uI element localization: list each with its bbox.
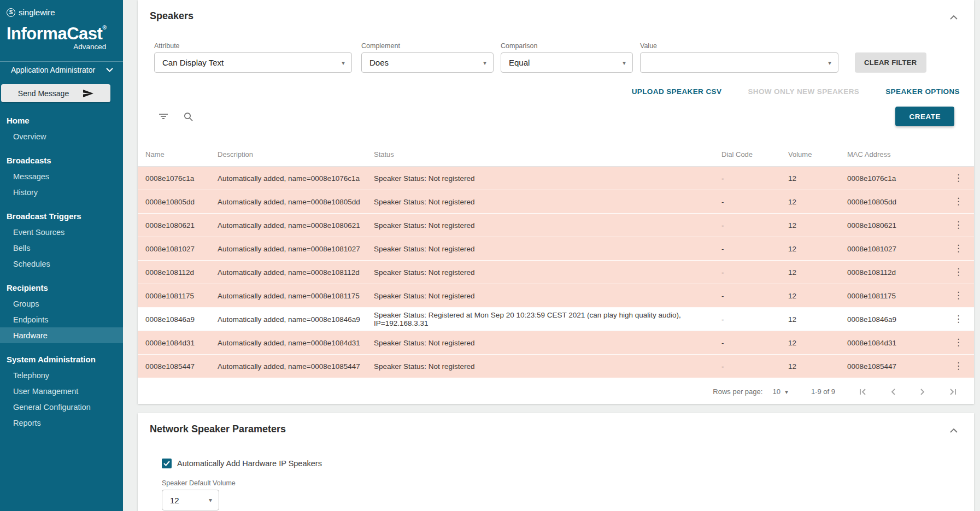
role-selector[interactable]: Application Administrator bbox=[0, 61, 123, 78]
first-page-button[interactable] bbox=[854, 386, 871, 397]
row-menu-button[interactable]: ⋮ bbox=[950, 173, 966, 183]
cell-dial-code: - bbox=[721, 198, 788, 206]
row-menu-button[interactable]: ⋮ bbox=[950, 314, 966, 324]
select-caret-icon: ▾ bbox=[828, 59, 831, 67]
complement-value: Does bbox=[369, 58, 389, 67]
sidebar-item-general-configuration[interactable]: General Configuration bbox=[0, 399, 123, 415]
speaker-actions-row: UPLOAD SPEAKER CSV SHOW ONLY NEW SPEAKER… bbox=[138, 86, 974, 97]
cell-name: 0008e1081175 bbox=[145, 292, 218, 300]
rows-per-page-value: 10 bbox=[772, 387, 780, 396]
network-panel-title: Network Speaker Parameters bbox=[150, 423, 286, 435]
brand-logo: S singlewire InformaCast® Advanced bbox=[0, 0, 123, 51]
cell-dial-code: - bbox=[721, 292, 788, 300]
cell-mac-address: 0008e1081175 bbox=[847, 292, 940, 300]
main-content: Speakers Attribute Can Display Text ▾ Co… bbox=[123, 0, 980, 511]
next-page-button[interactable] bbox=[915, 386, 930, 397]
clear-filter-button[interactable]: CLEAR FILTER bbox=[855, 52, 926, 73]
table-row[interactable]: 0008e108112d Automatically added, name=0… bbox=[138, 261, 974, 284]
cell-volume: 12 bbox=[788, 362, 847, 371]
speakers-collapse-button[interactable] bbox=[948, 11, 960, 24]
row-menu-button[interactable]: ⋮ bbox=[950, 267, 966, 277]
sidebar-item-reports[interactable]: Reports bbox=[0, 415, 123, 431]
sidebar-item-overview[interactable]: Overview bbox=[0, 128, 123, 144]
nav-section: Broadcasts Messages History bbox=[0, 152, 123, 200]
show-only-new-speakers-button[interactable]: SHOW ONLY NEW SPEAKERS bbox=[748, 87, 859, 96]
cell-status: Speaker Status: Not registered bbox=[374, 339, 721, 347]
table-row[interactable]: 0008e1084d31 Automatically added, name=0… bbox=[138, 331, 974, 355]
comparison-select[interactable]: Equal ▾ bbox=[501, 52, 633, 73]
cell-name: 0008e1080621 bbox=[145, 221, 218, 230]
sidebar-item-history[interactable]: History bbox=[0, 184, 123, 200]
col-description: Description bbox=[218, 150, 374, 158]
cell-name: 0008e108112d bbox=[145, 268, 218, 277]
create-button[interactable]: CREATE bbox=[895, 107, 954, 126]
cell-status: Speaker Status: Not registered bbox=[374, 292, 721, 300]
default-volume-value: 12 bbox=[170, 496, 179, 505]
rows-per-page-select[interactable]: 10 ▾ bbox=[772, 387, 788, 396]
default-volume-select[interactable]: 12 ▾ bbox=[162, 490, 219, 510]
sidebar-item-groups[interactable]: Groups bbox=[0, 296, 123, 312]
complement-select[interactable]: Does ▾ bbox=[361, 52, 494, 73]
table-row[interactable]: 0008e1080621 Automatically added, name=0… bbox=[138, 214, 974, 237]
last-page-button[interactable] bbox=[944, 386, 962, 397]
send-message-button[interactable]: Send Message bbox=[1, 84, 110, 102]
select-caret-icon: ▾ bbox=[342, 59, 345, 67]
sidebar-item-hardware[interactable]: Hardware bbox=[0, 327, 123, 343]
sidebar-item-telephony[interactable]: Telephony bbox=[0, 367, 123, 383]
filter-list-icon bbox=[159, 113, 168, 120]
row-menu-button[interactable]: ⋮ bbox=[950, 338, 966, 348]
cell-description: Automatically added, name=0008e1076c1a bbox=[218, 174, 374, 183]
upload-speaker-csv-button[interactable]: UPLOAD SPEAKER CSV bbox=[632, 87, 722, 96]
search-button[interactable] bbox=[184, 112, 193, 121]
chevron-left-icon bbox=[890, 389, 896, 395]
singlewire-logo-icon: S bbox=[7, 8, 15, 17]
row-menu-button[interactable]: ⋮ bbox=[950, 197, 966, 207]
cell-volume: 12 bbox=[788, 315, 847, 324]
row-menu-button[interactable]: ⋮ bbox=[950, 361, 966, 371]
sidebar-item-schedules[interactable]: Schedules bbox=[0, 256, 123, 272]
auto-add-speakers-row[interactable]: Automatically Add Hardware IP Speakers bbox=[162, 459, 974, 468]
table-row[interactable]: 0008e1085447 Automatically added, name=0… bbox=[138, 355, 974, 378]
sidebar-item-bells[interactable]: Bells bbox=[0, 240, 123, 256]
filter-list-button[interactable] bbox=[159, 113, 168, 120]
attribute-value: Can Display Text bbox=[162, 58, 224, 67]
cell-status: Speaker Status: Not registered bbox=[374, 221, 721, 230]
table-toolbar: CREATE bbox=[138, 105, 974, 127]
row-menu-button[interactable]: ⋮ bbox=[950, 220, 966, 230]
previous-page-button[interactable] bbox=[885, 386, 901, 397]
col-mac-address: MAC Address bbox=[847, 150, 940, 158]
cell-dial-code: - bbox=[721, 221, 788, 230]
speaker-options-button[interactable]: SPEAKER OPTIONS bbox=[885, 87, 960, 96]
select-caret-icon: ▾ bbox=[623, 59, 626, 67]
row-menu-button[interactable]: ⋮ bbox=[950, 244, 966, 254]
cell-description: Automatically added, name=0008e1081175 bbox=[218, 292, 374, 300]
table-row[interactable]: 0008e1081027 Automatically added, name=0… bbox=[138, 237, 974, 261]
speakers-title: Speakers bbox=[150, 10, 193, 22]
sidebar-item-endpoints[interactable]: Endpoints bbox=[0, 312, 123, 327]
col-name: Name bbox=[145, 150, 218, 158]
table-row[interactable]: 0008e1081175 Automatically added, name=0… bbox=[138, 284, 974, 308]
complement-label: Complement bbox=[361, 42, 494, 50]
cell-volume: 12 bbox=[788, 198, 847, 206]
row-menu-button[interactable]: ⋮ bbox=[950, 291, 966, 301]
nav-section-header: Recipients bbox=[0, 279, 123, 296]
role-label: Application Administrator bbox=[11, 66, 95, 74]
sidebar-item-event-sources[interactable]: Event Sources bbox=[0, 224, 123, 240]
check-icon bbox=[163, 461, 170, 466]
table-row[interactable]: 0008e10846a9 Automatically added, name=0… bbox=[138, 308, 974, 331]
value-label: Value bbox=[640, 42, 838, 50]
network-collapse-button[interactable] bbox=[948, 424, 960, 437]
nav-section: Broadcast Triggers Event Sources Bells S… bbox=[0, 208, 123, 272]
value-select[interactable]: ▾ bbox=[640, 52, 838, 73]
table-row[interactable]: 0008e1076c1a Automatically added, name=0… bbox=[138, 167, 974, 190]
auto-add-checkbox[interactable] bbox=[162, 459, 172, 468]
attribute-select[interactable]: Can Display Text ▾ bbox=[154, 52, 352, 73]
sidebar-item-user-management[interactable]: User Management bbox=[0, 383, 123, 399]
sidebar-item-messages[interactable]: Messages bbox=[0, 168, 123, 184]
cell-description: Automatically added, name=0008e1081027 bbox=[218, 245, 374, 253]
default-volume-label: Speaker Default Volume bbox=[162, 479, 974, 487]
cell-description: Automatically added, name=0008e10805dd bbox=[218, 198, 374, 206]
cell-status: Speaker Status: Not registered bbox=[374, 268, 721, 277]
cell-volume: 12 bbox=[788, 221, 847, 230]
table-row[interactable]: 0008e10805dd Automatically added, name=0… bbox=[138, 190, 974, 214]
